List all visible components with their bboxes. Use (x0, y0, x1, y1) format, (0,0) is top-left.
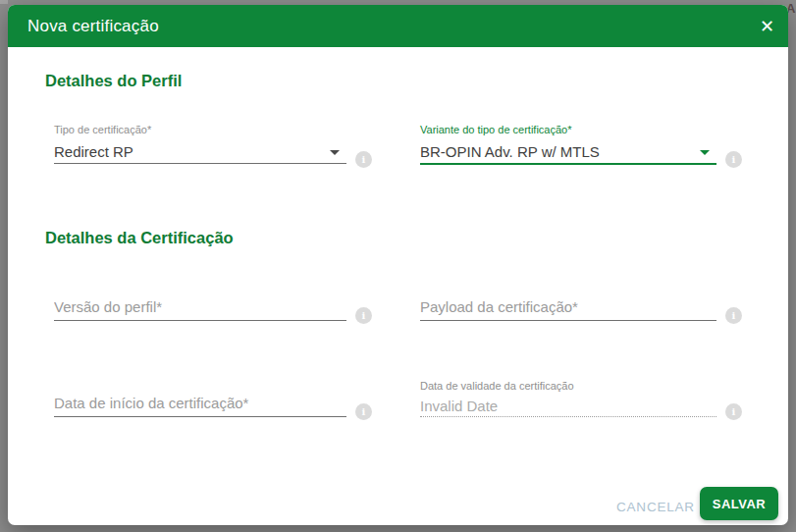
dropdown-arrow-icon[interactable] (700, 150, 710, 155)
data-validade-label: Data de validade da certificação (420, 380, 716, 393)
variante-tipo-select[interactable]: Variante do tipo de certificação* BR-OPI… (420, 124, 716, 165)
data-inicio-certificacao-input[interactable] (54, 393, 346, 417)
info-glyph: i (362, 311, 366, 321)
tipo-certificacao-value: Redirect RP (54, 143, 133, 160)
info-glyph: i (732, 407, 736, 417)
info-icon[interactable]: i (725, 307, 742, 324)
info-icon[interactable]: i (355, 307, 372, 324)
salvar-button[interactable]: SALVAR (700, 487, 778, 520)
variante-tipo-value: BR-OPIN Adv. RP w/ MTLS (420, 143, 600, 160)
section-heading-perfil: Detalhes do Perfil (45, 72, 182, 90)
dialog-header: Nova certificação ✕ (8, 5, 788, 47)
info-glyph: i (732, 311, 736, 321)
info-icon[interactable]: i (355, 151, 372, 168)
data-validade-field: Data de validade da certificação Invalid… (420, 380, 716, 417)
tipo-certificacao-label: Tipo de certificação* (54, 124, 346, 136)
tipo-certificacao-value-row[interactable]: Redirect RP (54, 142, 346, 164)
dropdown-arrow-icon[interactable] (330, 150, 340, 155)
data-validade-value-row: Invalid Date (420, 397, 716, 417)
variante-tipo-value-row[interactable]: BR-OPIN Adv. RP w/ MTLS (420, 142, 716, 165)
info-glyph: i (362, 155, 366, 165)
data-validade-value: Invalid Date (420, 398, 498, 414)
tipo-certificacao-select[interactable]: Tipo de certificação* Redirect RP (54, 124, 346, 164)
payload-certificacao-input[interactable] (420, 296, 716, 321)
section-heading-certificacao: Detalhes da Certificação (45, 229, 234, 247)
info-icon[interactable]: i (725, 151, 742, 168)
dialog-title: Nova certificação (27, 17, 159, 36)
info-icon[interactable]: i (725, 403, 742, 420)
info-icon[interactable]: i (355, 403, 372, 420)
info-glyph: i (362, 407, 366, 417)
close-icon[interactable]: ✕ (760, 18, 774, 35)
backdrop-corner-strip (0, 0, 8, 4)
versao-perfil-input[interactable] (54, 296, 346, 321)
nova-certificacao-dialog: Nova certificação ✕ Detalhes do Perfil T… (8, 5, 788, 525)
cancelar-button[interactable]: CANCELAR (612, 498, 699, 516)
variante-tipo-label: Variante do tipo de certificação* (420, 124, 716, 136)
info-glyph: i (732, 155, 736, 165)
